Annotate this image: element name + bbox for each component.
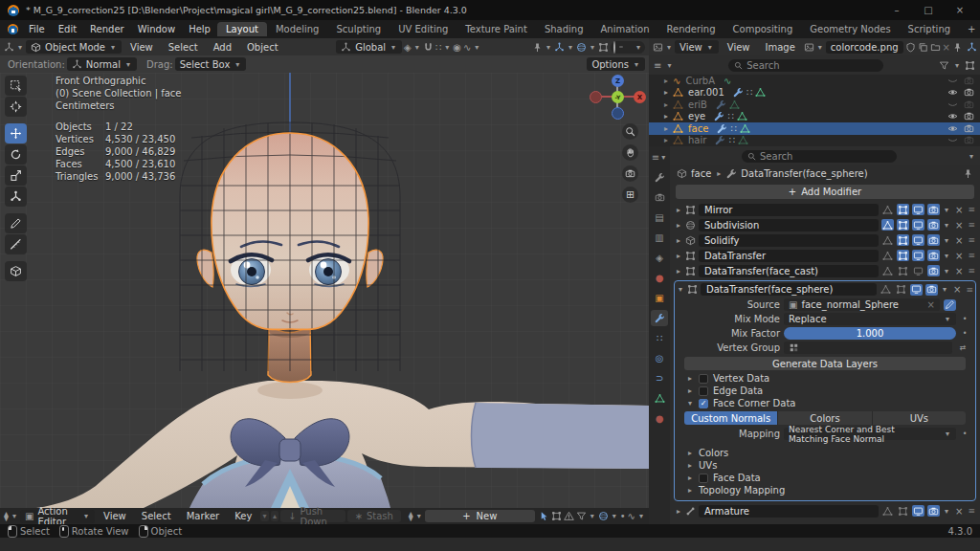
editor-type-icon[interactable]: ≡▾: [651, 149, 668, 165]
edit-mode-toggle[interactable]: [897, 234, 909, 246]
camera-icon[interactable]: [964, 135, 974, 145]
tool-measure[interactable]: [5, 234, 27, 254]
drag-handle-icon[interactable]: ≡: [968, 220, 975, 230]
tab-texture-paint[interactable]: Texture Paint: [457, 22, 536, 36]
tab-modeling[interactable]: Modeling: [267, 22, 328, 36]
add-modifier-button[interactable]: + Add Modifier: [676, 185, 974, 199]
add-workspace-button[interactable]: +: [959, 22, 980, 36]
animate-dot[interactable]: •: [960, 329, 969, 338]
action-datablock-icon[interactable]: ⧫: [409, 511, 413, 521]
maximize-button[interactable]: □: [916, 5, 941, 15]
expand-icon[interactable]: ▸: [662, 100, 670, 109]
on-cage-toggle[interactable]: [881, 250, 894, 261]
image-browse-icon[interactable]: [804, 42, 814, 53]
properties-search-input[interactable]: Search: [742, 150, 897, 163]
expand-icon[interactable]: ▸: [662, 136, 670, 144]
tool-scale[interactable]: [5, 165, 27, 186]
fake-user-shield-icon[interactable]: [905, 42, 916, 53]
snap-target-selector[interactable]: ∷: [435, 42, 441, 53]
expand-icon[interactable]: ▸: [675, 206, 682, 214]
menu-key[interactable]: Key: [228, 511, 258, 521]
delete-icon[interactable]: ×: [953, 235, 965, 246]
drag-handle-icon[interactable]: ≡: [968, 251, 975, 260]
extras-menu-icon[interactable]: ▾: [943, 507, 950, 516]
realtime-toggle[interactable]: [912, 505, 924, 517]
minimize-button[interactable]: –: [884, 5, 909, 15]
gizmo-z-neg-axis[interactable]: [612, 107, 624, 120]
realtime-toggle[interactable]: [912, 250, 924, 261]
modifier-row-solidify[interactable]: ▸ Solidify ▾ × ≡: [675, 234, 975, 247]
tool-orientation-selector[interactable]: Normal ▾: [67, 57, 137, 71]
expand-icon[interactable]: ▸: [675, 236, 682, 245]
section-edge-data[interactable]: ▸ Edge Data: [675, 385, 975, 397]
navigation-gizmo[interactable]: Z X -Y: [586, 73, 649, 121]
viewport-3d[interactable]: Front Orthographic (0) Scene Collection …: [0, 73, 649, 508]
menu-view[interactable]: View: [97, 511, 133, 521]
tool-move[interactable]: [5, 123, 27, 143]
drag-handle-icon[interactable]: ≡: [968, 235, 975, 245]
tab-tool[interactable]: [651, 169, 668, 186]
face-data-checkbox[interactable]: [699, 474, 708, 483]
extras-menu-icon[interactable]: ▾: [943, 236, 950, 245]
editor-type-icon[interactable]: [653, 42, 663, 53]
eye-closed-icon[interactable]: [947, 99, 958, 110]
modifier-row-datatransfer[interactable]: ▸ DataTransfer ▾ × ≡: [675, 250, 975, 262]
camera-view-button[interactable]: [622, 165, 638, 182]
gizmo-y-neg-axis[interactable]: -Y: [612, 91, 624, 103]
shading-wireframe-button[interactable]: [613, 42, 615, 53]
blender-menu-icon[interactable]: [8, 24, 18, 34]
section-topology-mapping[interactable]: ▸ Topology Mapping: [675, 484, 975, 496]
modifier-row-armature[interactable]: ▸ Armature ▾ × ≡: [675, 505, 975, 518]
menu-render[interactable]: Render: [83, 24, 131, 34]
camera-icon[interactable]: [964, 99, 974, 110]
new-collection-icon[interactable]: [965, 60, 975, 71]
tab-object[interactable]: ▣: [651, 290, 668, 306]
gizmo-x-neg-axis[interactable]: [590, 91, 602, 103]
display-mode-icon[interactable]: ≡: [654, 60, 661, 71]
tab-world[interactable]: ●: [651, 270, 668, 286]
outliner-item-curba[interactable]: ▸ ∿ CurbA ∿: [649, 75, 980, 87]
modifier-row-mirror[interactable]: ▸ Mirror ▾ × ≡: [675, 204, 975, 216]
filter-icon[interactable]: [576, 511, 587, 521]
edit-mode-toggle[interactable]: [895, 284, 907, 296]
outliner-item-erib[interactable]: ▸ eriB: [649, 99, 980, 111]
breadcrumb-modifier[interactable]: DataTransfer(face_sphere): [741, 168, 867, 179]
editor-type-icon[interactable]: [4, 42, 14, 53]
copy-icon[interactable]: [918, 42, 928, 53]
camera-icon[interactable]: [964, 76, 974, 86]
drag-handle-icon[interactable]: ≡: [966, 285, 973, 295]
drag-handle-icon[interactable]: ≡: [968, 266, 975, 276]
render-toggle[interactable]: [927, 505, 940, 517]
tab-output[interactable]: ▤: [651, 209, 668, 226]
expand-icon[interactable]: ▸: [675, 507, 682, 516]
gizmo-z-axis[interactable]: Z: [612, 75, 624, 87]
tab-layout[interactable]: Layout: [217, 22, 267, 36]
pin-icon[interactable]: [963, 168, 973, 179]
render-toggle[interactable]: [927, 250, 940, 261]
extras-menu-icon[interactable]: ▾: [943, 221, 950, 230]
collapse-icon[interactable]: ▾: [677, 285, 684, 294]
eye-open-icon[interactable]: [947, 87, 958, 98]
mapping-dropdown[interactable]: Nearest Corner and Best Matching Face No…: [784, 428, 956, 440]
animate-dot[interactable]: •: [960, 315, 969, 323]
eye-open-icon[interactable]: [947, 123, 958, 134]
tool-rotate[interactable]: [5, 144, 27, 165]
outliner-search-input[interactable]: Search: [728, 59, 883, 72]
modifier-name-field[interactable]: DataTransfer: [699, 250, 879, 262]
render-toggle[interactable]: [927, 204, 940, 215]
render-toggle[interactable]: [927, 219, 940, 231]
menu-select[interactable]: Select: [162, 42, 205, 53]
source-object-field[interactable]: ▣ face_normal_Sphere ×: [784, 298, 940, 311]
tab-geometry-nodes[interactable]: Geometry Nodes: [801, 22, 899, 36]
realtime-toggle[interactable]: [912, 204, 924, 215]
outliner-item-eye[interactable]: ▸ eye ∷: [649, 111, 980, 123]
mix-factor-slider[interactable]: 1.000: [784, 327, 956, 340]
delete-icon[interactable]: ×: [951, 284, 963, 295]
render-toggle[interactable]: [925, 284, 938, 296]
modifier-row-datatransfer-face-cast[interactable]: ▸ DataTransfer(face_cast) ▾ × ≡: [675, 265, 975, 277]
eye-closed-icon[interactable]: [947, 135, 958, 145]
only-errors-toggle[interactable]: [564, 511, 574, 521]
image-datablock-field[interactable]: colorcode.png: [826, 41, 903, 54]
edit-mode-toggle[interactable]: [897, 219, 909, 231]
tab-uvs[interactable]: UVs: [873, 411, 966, 425]
